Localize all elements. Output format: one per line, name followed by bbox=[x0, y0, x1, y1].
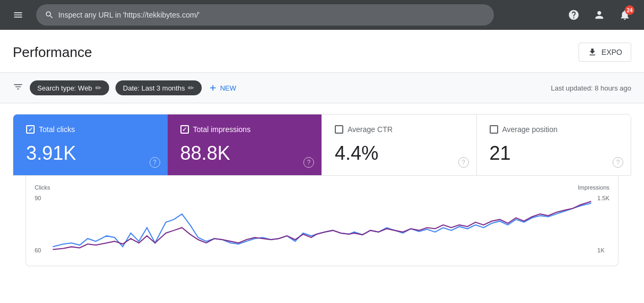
filter-bar: Search type: Web ✏ Date: Last 3 months ✏… bbox=[0, 73, 644, 103]
add-icon bbox=[208, 83, 218, 93]
menu-icon[interactable] bbox=[9, 10, 28, 20]
page-title: Performance bbox=[13, 44, 92, 61]
y-left-bottom: 60 bbox=[35, 247, 41, 253]
impressions-value: 88.8K bbox=[180, 142, 309, 165]
chart-labels: Clicks Impressions bbox=[35, 184, 609, 191]
chart-left-label: Clicks bbox=[35, 184, 50, 191]
account-settings-button[interactable] bbox=[589, 4, 610, 26]
date-chip[interactable]: Date: Last 3 months ✏ bbox=[115, 80, 202, 95]
metric-header-ctr: Average CTR bbox=[335, 125, 464, 134]
metric-card-total-clicks[interactable]: Total clicks 3.91K ? bbox=[13, 114, 168, 175]
position-label: Average position bbox=[502, 125, 558, 134]
ctr-help-icon[interactable]: ? bbox=[458, 157, 469, 168]
search-type-edit-icon: ✏ bbox=[95, 84, 102, 92]
clicks-checkbox[interactable] bbox=[26, 125, 35, 134]
clicks-label: Total clicks bbox=[39, 125, 75, 134]
impressions-label: Total impressions bbox=[193, 125, 251, 134]
export-label: EXPO bbox=[601, 48, 622, 56]
impressions-help-icon[interactable]: ? bbox=[303, 157, 314, 168]
ctr-label: Average CTR bbox=[348, 125, 393, 134]
nav-icons: 24 bbox=[563, 4, 635, 26]
impressions-checkbox[interactable] bbox=[180, 125, 189, 134]
clicks-help-icon[interactable]: ? bbox=[150, 157, 160, 168]
search-input[interactable] bbox=[58, 11, 485, 19]
chart-y-axis-left: 90 60 bbox=[35, 195, 41, 253]
top-navigation: 24 bbox=[0, 0, 644, 30]
export-button[interactable]: EXPO bbox=[579, 43, 631, 62]
metric-header-clicks: Total clicks bbox=[26, 125, 155, 134]
export-icon bbox=[588, 47, 597, 57]
metrics-section: Total clicks 3.91K ? Total impressions 8… bbox=[0, 103, 644, 266]
search-type-label: Search type: Web bbox=[37, 84, 92, 92]
search-bar[interactable] bbox=[36, 4, 494, 26]
notifications-button[interactable]: 24 bbox=[614, 4, 635, 26]
y-right-bottom: 1K bbox=[597, 247, 609, 253]
notification-count: 24 bbox=[625, 5, 634, 15]
date-edit-icon: ✏ bbox=[188, 84, 194, 92]
chart-y-axis-right: 1.5K 1K bbox=[597, 195, 609, 253]
chart-right-label: Impressions bbox=[578, 184, 609, 191]
clicks-value: 3.91K bbox=[26, 142, 155, 165]
position-checkbox[interactable] bbox=[490, 125, 498, 134]
metric-header-impressions: Total impressions bbox=[180, 125, 309, 134]
metrics-cards: Total clicks 3.91K ? Total impressions 8… bbox=[13, 114, 631, 176]
help-button[interactable] bbox=[563, 4, 584, 26]
y-right-top: 1.5K bbox=[597, 195, 609, 201]
new-label: NEW bbox=[220, 84, 236, 92]
performance-chart bbox=[53, 195, 591, 260]
metric-header-position: Average position bbox=[490, 125, 618, 134]
page-header: Performance EXPO bbox=[0, 30, 644, 73]
new-filter-button[interactable]: NEW bbox=[208, 83, 236, 93]
chart-area: Clicks Impressions 90 60 1.5K 1K bbox=[26, 176, 618, 266]
position-value: 21 bbox=[490, 142, 618, 165]
metric-card-average-ctr[interactable]: Average CTR 4.4% ? bbox=[321, 114, 476, 175]
position-help-icon[interactable]: ? bbox=[613, 157, 623, 168]
ctr-checkbox[interactable] bbox=[335, 125, 343, 134]
metric-card-average-position[interactable]: Average position 21 ? bbox=[476, 114, 631, 175]
ctr-value: 4.4% bbox=[335, 142, 464, 165]
chart-svg-container bbox=[53, 195, 591, 260]
metric-card-total-impressions[interactable]: Total impressions 88.8K ? bbox=[168, 114, 322, 175]
last-updated: Last updated: 8 hours ago bbox=[551, 84, 631, 92]
search-type-chip[interactable]: Search type: Web ✏ bbox=[30, 80, 109, 95]
search-icon bbox=[45, 10, 54, 20]
y-left-top: 90 bbox=[35, 195, 41, 201]
date-label: Date: Last 3 months bbox=[123, 84, 185, 92]
filter-icon[interactable] bbox=[13, 81, 23, 95]
